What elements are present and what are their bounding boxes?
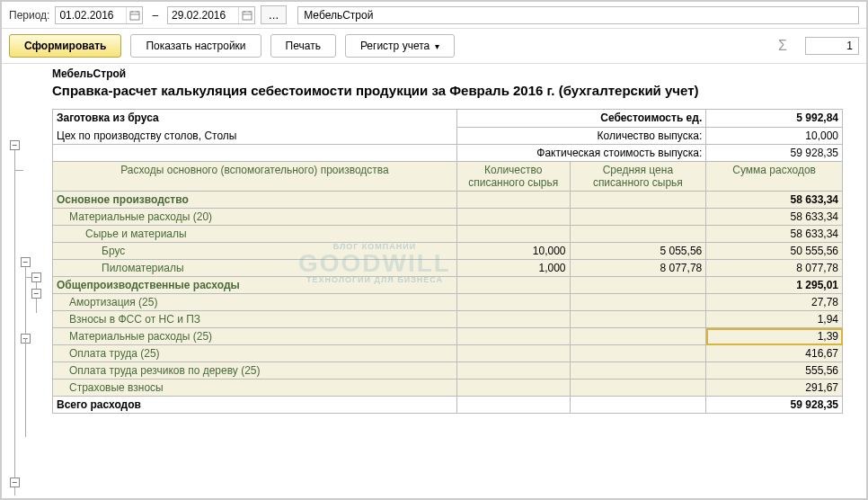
row-sum[interactable]: 1,39 — [706, 328, 843, 345]
period-picker-button[interactable]: ... — [261, 5, 287, 24]
row-price[interactable] — [570, 226, 706, 243]
row-price[interactable] — [570, 209, 706, 226]
row-qty[interactable] — [456, 294, 570, 311]
date-from-input[interactable] — [56, 7, 126, 23]
qty-label: Количество выпуска: — [456, 127, 705, 145]
row-qty[interactable] — [456, 277, 570, 294]
tree-toggle[interactable]: − — [31, 289, 41, 299]
cost-table: Расходы основного (вспомогательного) про… — [52, 161, 843, 414]
row-qty[interactable] — [456, 328, 570, 345]
row-sum[interactable]: 291,67 — [706, 379, 843, 397]
row-price[interactable] — [570, 311, 706, 328]
row-desc[interactable]: Пиломатериалы — [53, 260, 457, 277]
date-to-input[interactable] — [168, 7, 238, 23]
row-desc[interactable]: Страховые взносы — [53, 379, 457, 397]
row-sum[interactable]: 1 295,01 — [706, 277, 843, 294]
row-desc[interactable]: Брус — [53, 243, 457, 260]
row-price[interactable] — [570, 362, 706, 379]
row-qty[interactable] — [456, 362, 570, 379]
row-sum[interactable]: 50 555,56 — [706, 243, 843, 260]
cost-unit-label: Себестоимость ед. — [456, 110, 705, 128]
total-sum: 59 928,35 — [706, 397, 843, 414]
row-price[interactable] — [570, 379, 706, 397]
row-qty[interactable] — [456, 345, 570, 362]
outline-gutter: − − − − − − — [2, 64, 52, 496]
tree-toggle[interactable]: − — [31, 272, 41, 282]
row-sum[interactable]: 555,56 — [706, 362, 843, 379]
col-qty: Количество списанного сырья — [456, 162, 570, 192]
calendar-icon[interactable] — [126, 7, 142, 23]
svg-rect-0 — [130, 12, 139, 20]
row-desc[interactable]: Материальные расходы (25) — [53, 328, 457, 345]
show-settings-button[interactable]: Показать настройки — [130, 34, 261, 58]
info-table: Заготовка из бруса Цех по производству с… — [52, 109, 843, 162]
row-desc[interactable]: Амортизация (25) — [53, 294, 457, 311]
row-price[interactable] — [570, 277, 706, 294]
row-qty[interactable] — [456, 311, 570, 328]
row-desc[interactable]: Оплата труда резчиков по дереву (25) — [53, 362, 457, 379]
col-sum: Сумма расходов — [706, 162, 843, 192]
page-indicator[interactable]: 1 — [805, 37, 859, 55]
row-price[interactable]: 8 077,78 — [570, 260, 706, 277]
row-sum[interactable]: 58 633,34 — [706, 209, 843, 226]
row-sum[interactable]: 416,67 — [706, 345, 843, 362]
tree-toggle[interactable]: − — [10, 478, 20, 487]
period-label: Период: — [9, 9, 49, 22]
row-sum[interactable]: 8 077,78 — [706, 260, 843, 277]
row-sum[interactable]: 58 633,34 — [706, 192, 843, 209]
report-title: Справка-расчет калькуляция себестоимости… — [52, 82, 866, 100]
date-dash: – — [148, 9, 162, 22]
generate-button[interactable]: Сформировать — [9, 34, 121, 58]
row-desc[interactable]: Общепроизводственные расходы — [53, 277, 457, 294]
row-desc[interactable]: Основное производство — [53, 192, 457, 209]
register-button[interactable]: Регистр учета ▾ — [345, 34, 455, 58]
col-desc: Расходы основного (вспомогательного) про… — [53, 162, 457, 192]
calendar-icon[interactable] — [238, 7, 254, 23]
sigma-icon[interactable]: Σ — [769, 38, 796, 54]
qty-value: 10,000 — [706, 127, 843, 145]
row-qty[interactable] — [456, 209, 570, 226]
print-button[interactable]: Печать — [270, 34, 336, 58]
date-from-group[interactable] — [55, 6, 143, 24]
date-to-group[interactable] — [167, 6, 255, 24]
cost-unit-value: 5 992,84 — [706, 110, 843, 128]
fact-value: 59 928,35 — [706, 145, 843, 162]
row-desc[interactable]: Взносы в ФСС от НС и ПЗ — [53, 311, 457, 328]
row-sum[interactable]: 58 633,34 — [706, 226, 843, 243]
row-desc[interactable]: Оплата труда (25) — [53, 345, 457, 362]
org-title: МебельСтрой — [52, 67, 866, 80]
row-qty[interactable]: 1,000 — [456, 260, 570, 277]
row-sum[interactable]: 1,94 — [706, 311, 843, 328]
row-qty[interactable]: 10,000 — [456, 243, 570, 260]
row-desc[interactable]: Материальные расходы (20) — [53, 209, 457, 226]
workshop: Цех по производству столов, Столы — [57, 129, 453, 142]
row-price[interactable]: 5 055,56 — [570, 243, 706, 260]
register-label: Регистр учета — [360, 40, 430, 52]
row-price[interactable] — [570, 328, 706, 345]
row-qty[interactable] — [456, 226, 570, 243]
chevron-down-icon: ▾ — [435, 41, 439, 51]
col-price: Средняя цена списанного сырья — [570, 162, 706, 192]
row-price[interactable] — [570, 294, 706, 311]
product-name: Заготовка из бруса — [57, 112, 453, 124]
fact-label: Фактическая стоимость выпуска: — [456, 145, 705, 162]
svg-rect-4 — [243, 12, 252, 20]
row-price[interactable] — [570, 345, 706, 362]
row-sum[interactable]: 27,78 — [706, 294, 843, 311]
tree-toggle[interactable]: − — [10, 140, 20, 150]
row-qty[interactable] — [456, 192, 570, 209]
row-desc[interactable]: Сырье и материалы — [53, 226, 457, 243]
tree-toggle[interactable]: − — [21, 257, 31, 267]
row-price[interactable] — [570, 192, 706, 209]
total-label: Всего расходов — [53, 397, 457, 414]
organization-field[interactable]: МебельСтрой — [297, 6, 859, 24]
row-qty[interactable] — [456, 379, 570, 397]
